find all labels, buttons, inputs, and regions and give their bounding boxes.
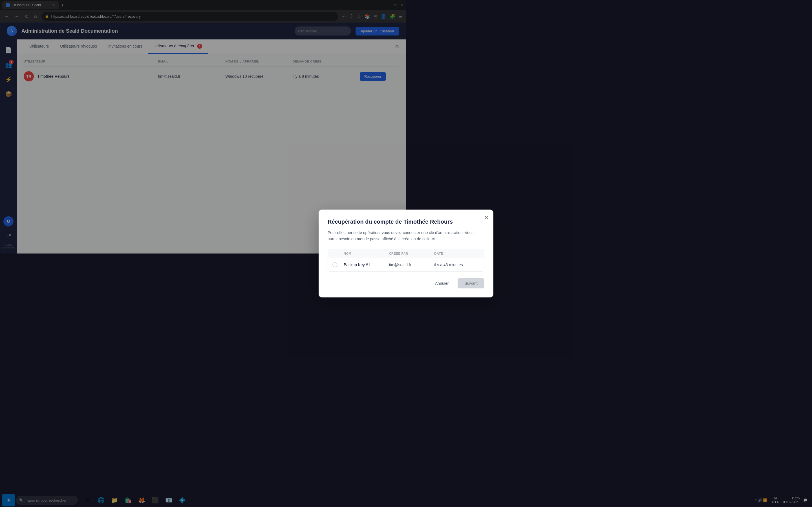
keys-table: Nom Créée par Date Backup Key #1 tim@sea…	[327, 249, 406, 253]
modal-title: Récupération du compte de Timothée Rebou…	[327, 219, 406, 225]
keys-header-name: Nom	[344, 252, 389, 253]
modal-description: Pour effectuer cette opération, vous dev…	[327, 230, 406, 242]
modal-overlay: ✕ Récupération du compte de Timothée Reb…	[0, 0, 406, 253]
keys-header-select	[333, 252, 344, 253]
keys-table-header: Nom Créée par Date	[328, 249, 406, 253]
keys-header-created-by: Créée par	[389, 252, 406, 253]
recovery-modal: ✕ Récupération du compte de Timothée Reb…	[319, 210, 406, 253]
